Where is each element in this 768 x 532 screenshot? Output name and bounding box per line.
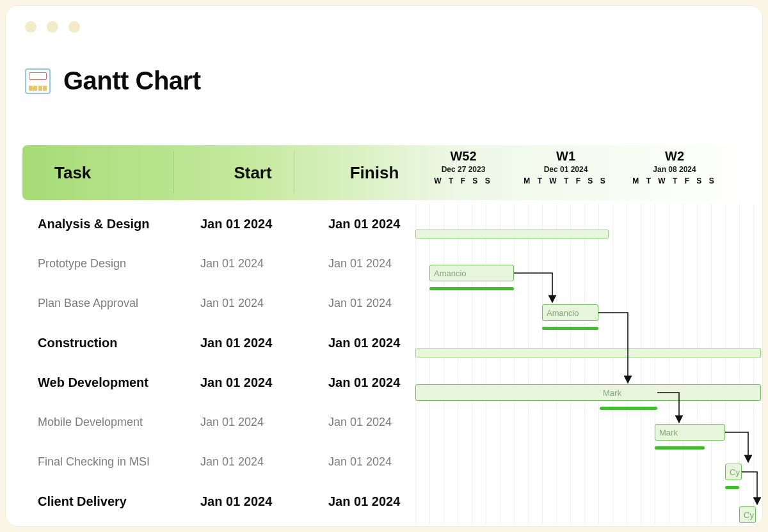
task-name: Construction [38, 336, 117, 350]
task-finish: Jan 01 2024 [328, 257, 392, 270]
window-dot-close-icon[interactable] [25, 21, 36, 33]
task-name: Mobile Development [38, 416, 143, 429]
timeline-weeks: W52 Dec 27 2023 W T F S S W1 Dec 01 2024… [415, 145, 751, 200]
task-start: Jan 01 2024 [200, 494, 272, 509]
task-finish: Jan 01 2024 [328, 375, 400, 390]
week-label: W1 [511, 149, 620, 164]
week-caption: Jan 08 2024 [620, 165, 729, 174]
task-name: Final Checking in MSI [38, 455, 150, 469]
week-days: W T F S S [415, 176, 511, 185]
col-finish[interactable]: Finish [317, 145, 432, 200]
task-start: Jan 01 2024 [200, 336, 272, 350]
task-start: Jan 01 2024 [200, 297, 264, 310]
week-caption: Dec 01 2024 [511, 165, 620, 174]
task-name: Analysis & Design [38, 217, 150, 231]
week-caption: Dec 27 2023 [415, 165, 511, 174]
col-task[interactable]: Task [54, 145, 189, 200]
task-start: Jan 01 2024 [200, 257, 264, 270]
week-label: W52 [415, 149, 511, 164]
task-start: Jan 01 2024 [200, 416, 264, 429]
task-name: Prototype Design [38, 257, 126, 270]
week-days: M T W T F S S [511, 176, 620, 185]
task-name: Web Development [38, 375, 148, 390]
week-label: W2 [620, 149, 729, 164]
task-name: Client Delivery [38, 494, 127, 509]
week-2[interactable]: W2 Jan 08 2024 M T W T F S S [620, 145, 729, 185]
page-title: Gantt Chart [63, 66, 201, 95]
task-finish: Jan 01 2024 [328, 494, 400, 509]
task-start: Jan 01 2024 [200, 217, 272, 231]
task-finish: Jan 01 2024 [328, 455, 392, 469]
gantt-icon [25, 68, 51, 94]
task-name: Plan Base Approval [38, 297, 138, 310]
window-dot-max-icon[interactable] [68, 21, 80, 33]
col-start[interactable]: Start [189, 145, 317, 200]
week-days: M T W T F S S [620, 176, 729, 185]
task-start: Jan 01 2024 [200, 455, 264, 469]
window-dot-min-icon[interactable] [47, 21, 58, 33]
gantt-canvas: Amancio Amancio Mark Mark Cy Cy [415, 204, 762, 524]
page-header: Gantt Chart [25, 66, 201, 95]
task-finish: Jan 01 2024 [328, 416, 392, 429]
week-1[interactable]: W1 Dec 01 2024 M T W T F S S [511, 145, 620, 185]
week-52[interactable]: W52 Dec 27 2023 W T F S S [415, 145, 511, 185]
dependency-arrows [415, 204, 763, 527]
window-controls [25, 21, 80, 33]
task-finish: Jan 01 2024 [328, 336, 400, 350]
task-start: Jan 01 2024 [200, 375, 272, 390]
task-finish: Jan 01 2024 [328, 217, 400, 231]
app-window: Gantt Chart Task Start Finish W52 Dec 27… [5, 5, 763, 527]
task-finish: Jan 01 2024 [328, 297, 392, 310]
